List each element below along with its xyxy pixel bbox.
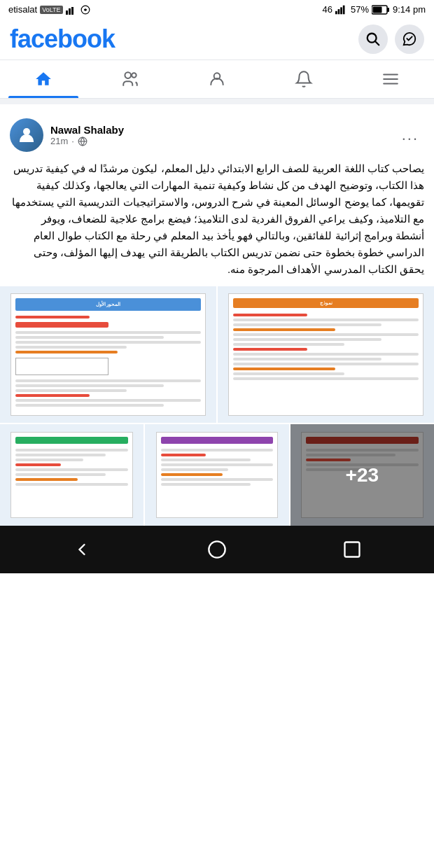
doc-line bbox=[233, 338, 381, 341]
doc-line bbox=[15, 449, 128, 451]
doc-bar bbox=[161, 437, 274, 444]
post-image-2[interactable]: نموذج bbox=[218, 286, 434, 423]
search-button[interactable] bbox=[358, 24, 388, 54]
bell-icon bbox=[295, 70, 313, 88]
signal-icon bbox=[335, 5, 348, 15]
doc-page-4 bbox=[156, 432, 279, 518]
doc-line bbox=[15, 346, 126, 349]
post-image-4[interactable] bbox=[145, 424, 288, 526]
doc-line bbox=[161, 463, 274, 466]
doc-line bbox=[233, 368, 335, 370]
doc-header-text-1: المحور الأول bbox=[96, 302, 121, 307]
doc-line bbox=[15, 399, 200, 402]
doc-line bbox=[233, 333, 418, 336]
doc-page-2: نموذج bbox=[228, 293, 423, 416]
avatar[interactable] bbox=[10, 118, 43, 152]
doc-line bbox=[15, 458, 83, 461]
doc-line bbox=[15, 404, 163, 407]
doc-page-3 bbox=[10, 432, 133, 518]
doc-line bbox=[233, 372, 344, 375]
messenger-button[interactable] bbox=[395, 24, 424, 54]
doc-section bbox=[15, 322, 108, 328]
post-author[interactable]: Nawal Shalaby bbox=[50, 124, 124, 136]
post-image-1[interactable]: المحور الأول bbox=[0, 286, 216, 423]
tab-home[interactable] bbox=[0, 60, 87, 98]
doc-bar bbox=[15, 437, 128, 444]
doc-line bbox=[233, 358, 381, 360]
post-images-bottom: +23 bbox=[0, 424, 434, 526]
doc-line bbox=[15, 336, 163, 339]
post-image-5[interactable]: +23 bbox=[290, 424, 434, 526]
svg-rect-23 bbox=[345, 542, 360, 557]
time-dot: · bbox=[71, 136, 74, 146]
svg-point-13 bbox=[125, 72, 131, 78]
circle-icon bbox=[207, 540, 227, 559]
post-header-left: Nawal Shalaby 21m · bbox=[10, 118, 124, 152]
doc-line bbox=[161, 483, 251, 486]
home-icon bbox=[34, 70, 52, 88]
post-text: يصاحب كتاب اللغة العربية للصف الرابع الا… bbox=[0, 158, 434, 286]
doc-line bbox=[15, 473, 105, 476]
post-card: Nawal Shalaby 21m · ... يصاحب كتاب اللغة… bbox=[0, 110, 434, 526]
doc-line bbox=[161, 478, 274, 481]
doc-line bbox=[233, 363, 418, 365]
post-time-row: 21m · bbox=[50, 136, 124, 146]
svg-rect-2 bbox=[71, 7, 74, 15]
doc-line bbox=[233, 377, 418, 380]
svg-rect-9 bbox=[387, 8, 389, 12]
doc-line bbox=[161, 458, 251, 461]
svg-point-14 bbox=[132, 73, 136, 78]
doc-line bbox=[233, 353, 418, 356]
doc-line bbox=[15, 379, 200, 382]
svg-rect-0 bbox=[66, 10, 68, 15]
doc-line bbox=[15, 478, 77, 481]
home-button[interactable] bbox=[204, 537, 230, 562]
tab-menu[interactable] bbox=[347, 60, 434, 98]
whatsapp-icon bbox=[80, 5, 91, 15]
nav-tabs bbox=[0, 60, 434, 99]
messenger-icon bbox=[402, 31, 417, 47]
post-header: Nawal Shalaby 21m · ... bbox=[0, 110, 434, 158]
status-right: 46 57% 9:14 pm bbox=[323, 4, 426, 15]
friends-icon bbox=[121, 70, 139, 88]
doc-line bbox=[233, 314, 307, 316]
post-images-top: المحور الأول نموذ bbox=[0, 286, 434, 423]
back-button[interactable] bbox=[69, 537, 94, 562]
doc-line bbox=[15, 384, 163, 387]
svg-rect-6 bbox=[340, 7, 342, 14]
signal-strength: 46 bbox=[323, 4, 332, 15]
more-options-button[interactable]: ... bbox=[396, 123, 424, 147]
doc-line bbox=[233, 328, 335, 331]
status-bar: etisalat VoLTE 46 57% 9:14 pm bbox=[0, 0, 434, 19]
svg-rect-4 bbox=[335, 10, 337, 13]
post-meta: Nawal Shalaby 21m · bbox=[50, 124, 124, 146]
doc-line bbox=[161, 454, 206, 456]
doc-box bbox=[15, 358, 108, 375]
recents-button[interactable] bbox=[340, 537, 365, 562]
doc-line bbox=[15, 331, 200, 334]
divider bbox=[0, 99, 434, 104]
post-image-3[interactable] bbox=[0, 424, 144, 526]
doc-line bbox=[15, 483, 128, 486]
carrier-label: etisalat bbox=[8, 4, 37, 15]
doc-line bbox=[161, 473, 223, 476]
doc-header-1: المحور الأول bbox=[15, 298, 200, 311]
fb-header-icons bbox=[358, 24, 424, 54]
square-icon bbox=[342, 540, 362, 559]
tab-profile[interactable] bbox=[174, 60, 260, 98]
svg-rect-10 bbox=[373, 6, 382, 13]
doc-line bbox=[15, 341, 200, 344]
bottom-nav bbox=[0, 526, 434, 573]
avatar-image bbox=[10, 118, 43, 152]
tab-notifications[interactable] bbox=[260, 60, 347, 98]
doc-line bbox=[233, 323, 381, 326]
doc-page-1: المحور الأول bbox=[10, 293, 205, 416]
doc-line bbox=[15, 394, 90, 397]
status-left: etisalat VoLTE bbox=[8, 4, 91, 15]
tab-friends[interactable] bbox=[87, 60, 174, 98]
doc-line bbox=[233, 348, 307, 351]
image-count-overlay[interactable]: +23 bbox=[290, 424, 434, 526]
svg-rect-7 bbox=[343, 5, 345, 14]
battery-icon bbox=[372, 5, 390, 15]
profile-icon bbox=[208, 70, 226, 88]
